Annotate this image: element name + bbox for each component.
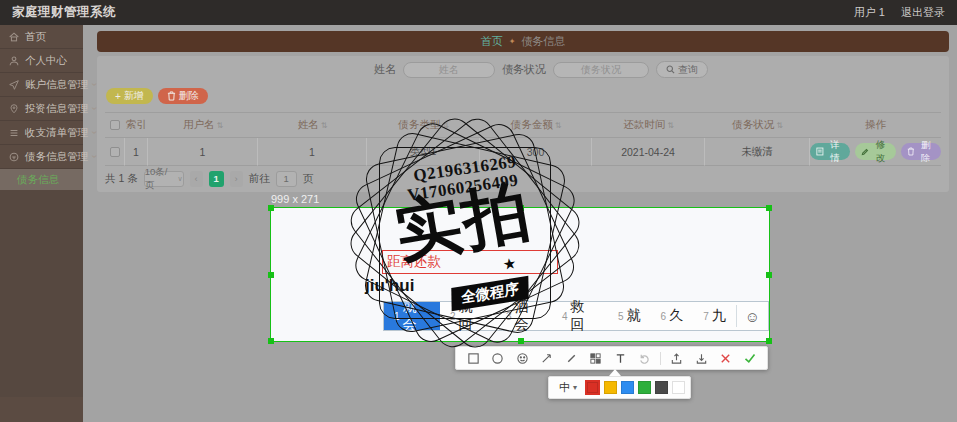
ime-candidate[interactable]: 1就会 bbox=[384, 302, 440, 330]
name-input[interactable] bbox=[403, 62, 495, 78]
sticker-tool[interactable] bbox=[513, 349, 531, 367]
sidebar-item-debt[interactable]: 债务信息管理 › bbox=[0, 145, 83, 169]
sidebar-spacer bbox=[0, 190, 83, 397]
export-button[interactable] bbox=[668, 349, 686, 367]
jump-page-input[interactable] bbox=[276, 171, 297, 187]
sort-icon[interactable]: ⇅ bbox=[216, 121, 223, 130]
mosaic-tool[interactable] bbox=[587, 349, 605, 367]
undo-button[interactable] bbox=[636, 349, 654, 367]
header-repay-date[interactable]: 还款时间⇅ bbox=[592, 113, 705, 138]
rect-tool[interactable] bbox=[464, 349, 482, 367]
cell-index: 1 bbox=[125, 138, 148, 166]
row-delete-button[interactable]: 删除 bbox=[901, 143, 941, 160]
checkbox[interactable] bbox=[110, 147, 120, 157]
screen: 家庭理财管理系统 用户 1 退出登录 首页 个人中心 账户信息管理 › 投资信息… bbox=[0, 0, 957, 422]
confirm-button[interactable] bbox=[741, 349, 759, 367]
ime-candidate[interactable]: 7九 bbox=[693, 302, 736, 330]
sort-icon[interactable]: ⇅ bbox=[776, 121, 783, 130]
cell-name: 1 bbox=[258, 138, 367, 166]
page-size-select[interactable]: 10条/页 ∨ bbox=[144, 171, 184, 187]
chevron-down-icon: ∨ bbox=[178, 175, 183, 183]
resize-handle[interactable] bbox=[766, 338, 772, 344]
home-icon bbox=[8, 31, 20, 43]
arrow-tool[interactable] bbox=[538, 349, 556, 367]
sort-icon[interactable]: ⇅ bbox=[321, 121, 328, 130]
cancel-button[interactable] bbox=[717, 349, 735, 367]
prev-page-button[interactable]: ‹ bbox=[190, 171, 203, 187]
sidebar-item-invest[interactable]: 投资信息管理 › bbox=[0, 97, 83, 121]
send-icon bbox=[8, 79, 20, 91]
user-icon bbox=[8, 55, 20, 67]
breadcrumb: 首页 ✦ 债务信息 bbox=[97, 31, 949, 52]
header-debt-amount[interactable]: 债务金额⇅ bbox=[480, 113, 592, 138]
color-swatch[interactable] bbox=[638, 381, 651, 394]
text-tool[interactable] bbox=[611, 349, 629, 367]
resize-handle[interactable] bbox=[518, 205, 524, 211]
resize-handle[interactable] bbox=[766, 272, 772, 278]
current-page[interactable]: 1 bbox=[209, 171, 224, 187]
checkbox[interactable] bbox=[110, 120, 120, 130]
pen-tool[interactable] bbox=[562, 349, 580, 367]
header-checkbox[interactable] bbox=[105, 113, 125, 138]
cell-status: 未缴清 bbox=[705, 138, 810, 166]
delete-button[interactable]: 删除 bbox=[158, 88, 208, 104]
text-annotation-box[interactable]: 距离还款 bbox=[382, 250, 558, 274]
header-username[interactable]: 用户名⇅ bbox=[148, 113, 258, 138]
logout-link[interactable]: 退出登录 bbox=[901, 5, 945, 20]
status-input[interactable] bbox=[553, 62, 649, 78]
ime-candidate[interactable]: 6久 bbox=[651, 302, 694, 330]
ime-composition: jiu'hui bbox=[365, 276, 414, 296]
resize-handle[interactable] bbox=[268, 205, 274, 211]
sidebar-item-cashflow[interactable]: 收支清单管理 › bbox=[0, 121, 83, 145]
topbar: 家庭理财管理系统 用户 1 退出登录 bbox=[0, 0, 957, 25]
sidebar-item-profile[interactable]: 个人中心 bbox=[0, 49, 83, 73]
color-swatch[interactable] bbox=[604, 381, 617, 394]
document-icon bbox=[816, 147, 824, 156]
color-swatch[interactable] bbox=[585, 380, 600, 395]
edit-button[interactable]: 修改 bbox=[855, 143, 895, 160]
table-row: 1 1 1 类型1 300 2021-04-24 未缴清 详情 修改 bbox=[105, 138, 941, 166]
header-actions: 操作 bbox=[810, 113, 941, 138]
header-status[interactable]: 债务状况⇅ bbox=[705, 113, 810, 138]
capture-selection[interactable]: 距离还款 jiu'hui 1就会 2就回 3酒会 4救回 5就 6久 7九 ☺ bbox=[270, 207, 770, 342]
ime-candidate[interactable]: 4救回 bbox=[552, 302, 608, 330]
sort-icon[interactable]: ⇅ bbox=[555, 121, 562, 130]
resize-handle[interactable] bbox=[518, 338, 524, 344]
ellipse-tool[interactable] bbox=[489, 349, 507, 367]
sidebar-item-home[interactable]: 首页 bbox=[0, 25, 83, 49]
resize-handle[interactable] bbox=[766, 205, 772, 211]
resize-handle[interactable] bbox=[268, 338, 274, 344]
current-user[interactable]: 用户 1 bbox=[854, 5, 885, 20]
sidebar-subitem-debt-info[interactable]: 债务信息 bbox=[0, 169, 83, 190]
ime-candidate[interactable]: 2就回 bbox=[440, 302, 496, 330]
download-button[interactable] bbox=[692, 349, 710, 367]
color-swatch[interactable] bbox=[655, 381, 668, 394]
cell-username: 1 bbox=[148, 138, 258, 166]
plus-icon: + bbox=[115, 91, 121, 102]
row-checkbox-cell[interactable] bbox=[105, 138, 125, 166]
color-swatch[interactable] bbox=[621, 381, 634, 394]
chevron-icon: › bbox=[89, 83, 100, 86]
sort-icon[interactable]: ⇅ bbox=[667, 121, 674, 130]
next-page-button[interactable]: › bbox=[230, 171, 243, 187]
cell-actions: 详情 修改 删除 bbox=[810, 138, 941, 166]
jump-label: 前往 bbox=[249, 172, 270, 186]
ime-candidate[interactable]: 3酒会 bbox=[496, 302, 552, 330]
sidebar-item-account[interactable]: 账户信息管理 › bbox=[0, 73, 83, 97]
font-size-select[interactable]: 中 ▾ bbox=[555, 380, 581, 395]
ime-candidate[interactable]: 5就 bbox=[608, 302, 651, 330]
header-name[interactable]: 姓名⇅ bbox=[258, 113, 367, 138]
add-button[interactable]: + 新增 bbox=[106, 88, 153, 104]
color-swatch[interactable] bbox=[672, 381, 685, 394]
cell-debt-type: 类型1 bbox=[367, 138, 480, 166]
query-button[interactable]: 查询 bbox=[656, 61, 708, 78]
header-debt-type[interactable]: 债务类型⇅ bbox=[367, 113, 480, 138]
emoji-button[interactable]: ☺ bbox=[737, 302, 768, 330]
style-bar: 中 ▾ bbox=[548, 376, 691, 399]
sort-icon[interactable]: ⇅ bbox=[442, 121, 449, 130]
detail-button[interactable]: 详情 bbox=[810, 143, 850, 160]
breadcrumb-current: 债务信息 bbox=[521, 34, 565, 49]
resize-handle[interactable] bbox=[268, 272, 274, 278]
breadcrumb-home[interactable]: 首页 bbox=[481, 34, 503, 49]
annotation-text: 距离还款 bbox=[387, 253, 441, 271]
